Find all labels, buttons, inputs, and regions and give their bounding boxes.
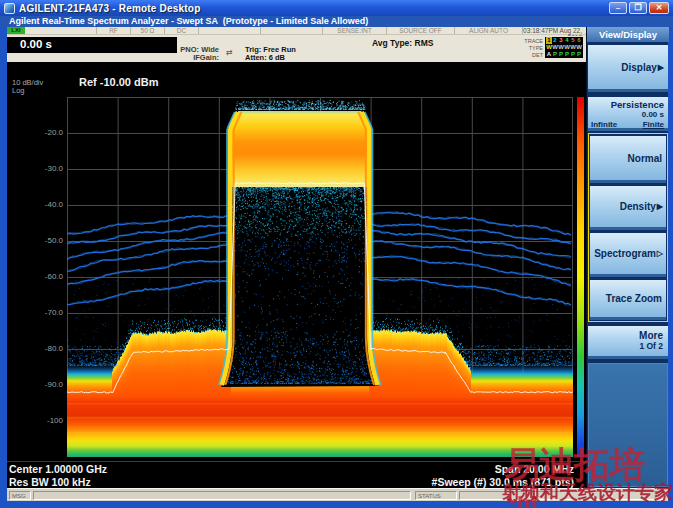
window-body: LXI RF 50 Ω DC SENSE:INT SOURCE OFF ALIG…	[7, 27, 668, 501]
ref-level-label: Ref -10.00 dBm	[79, 76, 158, 88]
sweep-label: #Sweep (#) 30.0 ms (871 pts)	[432, 476, 574, 489]
strip-cell-coupling: DC	[165, 27, 199, 34]
softkey-menu: View/Display Display▶ Persistence 0.00 s…	[586, 27, 668, 488]
remote-desktop-window: AGILENT-21FA473 - Remote Desktop – ❐ ✕ A…	[0, 0, 673, 508]
softkey-empty-panel	[588, 363, 668, 487]
scale-type-label: Log	[12, 86, 25, 95]
view-select-group: Normal Density▶ Spectrogram▷ Trace Zoom	[588, 133, 668, 322]
strip-cell	[199, 27, 261, 34]
strip-cell-impedance: 50 Ω	[131, 27, 165, 34]
trace-status-block: TRACE123456TYPEWWWWWWDETAPPPPP	[521, 37, 583, 58]
app-notice: (Prototype - Limited Sale Allowed)	[0, 16, 591, 27]
trace-row-label: TYPE	[521, 45, 545, 51]
msg-label: MSG	[9, 491, 31, 500]
ifgain-label: IFGain:	[157, 54, 219, 62]
window-title: AGILENT-21FA473 - Remote Desktop	[19, 3, 200, 14]
more-page-indicator: 1 Of 2	[588, 341, 663, 351]
persistence-option-finite[interactable]: Finite	[643, 120, 664, 129]
pno-ifgain-block: PNO: Wide IFGain:	[157, 46, 219, 61]
y-tick-label: -20.0	[37, 128, 63, 137]
app-titlebar: Agilent Real-Time Spectrum Analyzer - Sw…	[0, 16, 673, 27]
status-bar: MSG STATUS	[7, 488, 668, 501]
sweep-time-readout: 0.00 s	[7, 37, 177, 53]
window-titlebar[interactable]: AGILENT-21FA473 - Remote Desktop – ❐ ✕	[0, 0, 673, 16]
lxi-badge: LXI	[7, 27, 25, 34]
y-tick-label: -30.0	[37, 164, 63, 173]
trace-row-label: DET	[521, 52, 545, 58]
close-button[interactable]: ✕	[649, 2, 669, 14]
submenu-arrow-icon: ▶	[658, 63, 664, 72]
restore-button[interactable]: ❐	[629, 2, 647, 14]
more-softkey[interactable]: More 1 Of 2	[588, 326, 668, 359]
msg-field	[33, 491, 411, 500]
strip-cell-sense: SENSE:INT	[323, 27, 387, 34]
density-spectrum-canvas	[67, 97, 573, 457]
submenu-arrow-icon: ▷	[657, 249, 663, 258]
atten-label: Atten: 6 dB	[245, 54, 296, 62]
res-bw-label: Res BW 100 kHz	[9, 476, 107, 489]
trigger-block: Trig: Free Run Atten: 6 dB	[245, 46, 296, 61]
normal-softkey[interactable]: Normal	[590, 136, 666, 183]
persistence-value: 0.00 s	[588, 110, 668, 119]
display-softkey[interactable]: Display▶	[588, 45, 668, 92]
minimize-button[interactable]: –	[609, 2, 627, 14]
trace-indicator-cell: 6	[576, 37, 582, 44]
status-field	[459, 491, 665, 500]
persistence-option-infinite[interactable]: Infinite	[591, 120, 617, 129]
span-label: Span 20.00 MHz	[432, 463, 574, 476]
y-tick-label: -100	[37, 416, 63, 425]
submenu-arrow-icon: ▶	[657, 202, 663, 211]
density-colorbar	[577, 97, 584, 457]
center-freq-label: Center 1.00000 GHz	[9, 463, 107, 476]
spectrogram-softkey[interactable]: Spectrogram▷	[590, 233, 666, 277]
strip-cell-align: ALIGN AUTO	[455, 27, 523, 34]
y-tick-label: -60.0	[37, 272, 63, 281]
trace-row-label: TRACE	[521, 38, 545, 44]
trace-indicator-cell: P	[576, 51, 582, 58]
y-tick-label: -90.0	[37, 380, 63, 389]
datetime-label: 03:18:47PM Aug 22, 2012	[523, 27, 586, 34]
strip-cell-source: SOURCE OFF	[387, 27, 455, 34]
strip-cell-rf: RF	[97, 27, 131, 34]
y-tick-label: -80.0	[37, 344, 63, 353]
instrument-status-strip: LXI RF 50 Ω DC SENSE:INT SOURCE OFF ALIG…	[7, 27, 586, 35]
status-label: STATUS	[415, 491, 457, 500]
density-softkey[interactable]: Density▶	[590, 186, 666, 230]
measurement-bar: 0.00 s PNO: Wide IFGain: ⇄ Trig: Free Ru…	[7, 36, 586, 62]
trace-indicator-cell: W	[576, 44, 582, 51]
window-icon	[4, 3, 15, 14]
y-tick-label: -70.0	[37, 308, 63, 317]
persistence-softkey[interactable]: Persistence 0.00 s Infinite Finite	[588, 97, 668, 131]
main-area: LXI RF 50 Ω DC SENSE:INT SOURCE OFF ALIG…	[7, 27, 586, 488]
softkey-menu-title: View/Display	[587, 27, 669, 42]
strip-cell	[25, 27, 97, 34]
avg-type-label: Avg Type: RMS	[372, 38, 433, 48]
trace-zoom-softkey[interactable]: Trace Zoom	[590, 280, 666, 320]
spectrum-display: 10 dB/div Log Ref -10.00 dBm -20.0-30.0-…	[7, 62, 586, 461]
y-tick-label: -40.0	[37, 200, 63, 209]
y-tick-label: -50.0	[37, 236, 63, 245]
strip-cell	[261, 27, 323, 34]
annotation-bar: Center 1.00000 GHz Res BW 100 kHz Span 2…	[7, 461, 586, 488]
coupling-arrows-icon: ⇄	[226, 48, 233, 57]
